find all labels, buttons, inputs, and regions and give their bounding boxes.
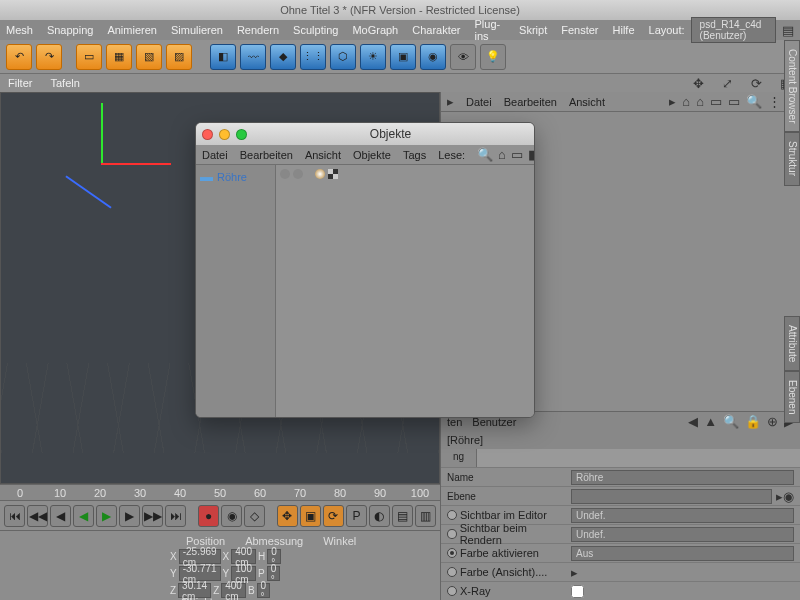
- zoom-icon[interactable]: [236, 129, 247, 140]
- menu-plugins[interactable]: Plug-ins: [475, 18, 506, 42]
- ang-b-field[interactable]: 0 °: [257, 583, 271, 598]
- play-forward-button[interactable]: ▶: [96, 505, 117, 527]
- nurbs-object-button[interactable]: ◆: [270, 44, 296, 70]
- dialog-titlebar[interactable]: Objekte: [196, 123, 534, 145]
- objects-dialog[interactable]: Objekte Datei Bearbeiten Ansicht Objekte…: [195, 122, 535, 418]
- sidetab-struktur[interactable]: Struktur: [784, 132, 800, 185]
- render-view-button[interactable]: ▦: [106, 44, 132, 70]
- prop-name-field[interactable]: Röhre: [571, 470, 794, 485]
- pla-key-button[interactable]: ◐: [369, 505, 390, 527]
- dlg-home-icon[interactable]: ⌂: [498, 147, 506, 162]
- menu-fenster[interactable]: Fenster: [561, 24, 598, 36]
- redo-button[interactable]: ↷: [36, 44, 62, 70]
- dlg-dock-icon[interactable]: ◧: [528, 147, 535, 162]
- anim-layer-button[interactable]: ▤: [392, 505, 413, 527]
- browser-expand-icon[interactable]: ▸: [447, 94, 454, 109]
- dlg-menu-bearbeiten[interactable]: Bearbeiten: [240, 149, 293, 161]
- browser-find-icon[interactable]: 🔍: [746, 94, 762, 109]
- menu-mesh[interactable]: Mesh: [6, 24, 33, 36]
- attr-tab-basic[interactable]: ng: [441, 449, 477, 467]
- camera-button[interactable]: ▣: [390, 44, 416, 70]
- prop-render-vis-field[interactable]: Undef.: [571, 527, 794, 542]
- object-tags-area[interactable]: [276, 165, 534, 417]
- view-rotate-icon[interactable]: ⟳: [751, 76, 762, 91]
- sidetab-attribute[interactable]: Attribute: [784, 316, 800, 371]
- dlg-view-icon[interactable]: ▭: [511, 147, 523, 162]
- param-key-button[interactable]: P: [346, 505, 367, 527]
- environment-button[interactable]: ☀: [360, 44, 386, 70]
- attr-new-icon[interactable]: ⊕: [767, 414, 778, 429]
- menu-sculpting[interactable]: Sculpting: [293, 24, 338, 36]
- dim-z-field[interactable]: 400 cm: [221, 583, 246, 598]
- next-frame-button[interactable]: ▶: [119, 505, 140, 527]
- sidetab-content-browser[interactable]: Content Browser: [784, 40, 800, 132]
- picture-viewer-button[interactable]: ▨: [166, 44, 192, 70]
- filter-tab[interactable]: Filter: [8, 77, 32, 89]
- close-icon[interactable]: [202, 129, 213, 140]
- pos-key-button[interactable]: ✥: [277, 505, 298, 527]
- keyframe-sel-button[interactable]: ◇: [244, 505, 265, 527]
- record-button[interactable]: ●: [198, 505, 219, 527]
- ang-p-field[interactable]: 0 °: [267, 566, 281, 581]
- view-zoom-icon[interactable]: ⤢: [722, 76, 733, 91]
- menu-skript[interactable]: Skript: [519, 24, 547, 36]
- play-backward-button[interactable]: ◀: [73, 505, 94, 527]
- light-button[interactable]: ◉: [420, 44, 446, 70]
- phong-tag-icon[interactable]: [315, 169, 325, 179]
- visibility-dot-editor[interactable]: [280, 169, 290, 179]
- timeline-ruler[interactable]: 0102030405060708090100 0 B 0: [0, 484, 440, 500]
- browser-catalog-icon[interactable]: ▭: [728, 94, 740, 109]
- dlg-menu-ansicht[interactable]: Ansicht: [305, 149, 341, 161]
- axis-z[interactable]: [65, 175, 111, 208]
- primitive-cube-button[interactable]: ▭: [76, 44, 102, 70]
- menu-animieren[interactable]: Animieren: [107, 24, 157, 36]
- browser-home-icon[interactable]: ⌂: [696, 94, 704, 109]
- tafeln-tab[interactable]: Tafeln: [50, 77, 79, 89]
- dlg-search-icon[interactable]: 🔍: [477, 147, 493, 162]
- rot-key-button[interactable]: ⟳: [323, 505, 344, 527]
- layout-dropdown[interactable]: psd_R14_c4d (Benutzer): [691, 17, 776, 43]
- sidetab-ebenen[interactable]: Ebenen: [784, 371, 800, 423]
- attr-search-icon[interactable]: 🔍: [723, 414, 739, 429]
- attr-up-icon[interactable]: ▲: [704, 414, 717, 429]
- prev-frame-button[interactable]: ◀: [50, 505, 71, 527]
- menu-mograph[interactable]: MoGraph: [352, 24, 398, 36]
- autokey-button[interactable]: ◉: [221, 505, 242, 527]
- dlg-menu-lese[interactable]: Lese:: [438, 149, 465, 161]
- browser-menu-datei[interactable]: Datei: [466, 96, 492, 108]
- menu-charakter[interactable]: Charakter: [412, 24, 460, 36]
- minimize-icon[interactable]: [219, 129, 230, 140]
- axis-y[interactable]: [101, 103, 103, 163]
- scale-key-button[interactable]: ▣: [300, 505, 321, 527]
- menu-rendern[interactable]: Rendern: [237, 24, 279, 36]
- visibility-dot-render[interactable]: [293, 169, 303, 179]
- goto-start-button[interactable]: ⏮: [4, 505, 25, 527]
- menu-snapping[interactable]: Snapping: [47, 24, 94, 36]
- prev-key-button[interactable]: ◀◀: [27, 505, 48, 527]
- deformer-button[interactable]: ⬡: [330, 44, 356, 70]
- cube-object-button[interactable]: ◧: [210, 44, 236, 70]
- object-tree[interactable]: ▬ Röhre: [196, 165, 276, 417]
- attr-lock-icon[interactable]: 🔒: [745, 414, 761, 429]
- eye-button[interactable]: 👁: [450, 44, 476, 70]
- dlg-menu-datei[interactable]: Datei: [202, 149, 228, 161]
- prop-color-enable-field[interactable]: Aus: [571, 546, 794, 561]
- goto-end-button[interactable]: ⏭: [165, 505, 186, 527]
- view-move-icon[interactable]: ✥: [693, 76, 704, 91]
- layer-picker-icon[interactable]: ▸◉: [776, 489, 794, 504]
- browser-presets-icon[interactable]: ▭: [710, 94, 722, 109]
- dlg-menu-tags[interactable]: Tags: [403, 149, 426, 161]
- next-key-button[interactable]: ▶▶: [142, 505, 163, 527]
- render-settings-button[interactable]: ▧: [136, 44, 162, 70]
- menu-simulieren[interactable]: Simulieren: [171, 24, 223, 36]
- prop-editor-vis-field[interactable]: Undef.: [571, 508, 794, 523]
- anim-mode-button[interactable]: ▥: [415, 505, 436, 527]
- dlg-menu-objekte[interactable]: Objekte: [353, 149, 391, 161]
- texture-tag-icon[interactable]: [328, 169, 338, 179]
- color-arrow-icon[interactable]: ▸: [571, 565, 578, 580]
- attr-prev-icon[interactable]: ◀: [688, 414, 698, 429]
- spline-object-button[interactable]: 〰: [240, 44, 266, 70]
- browser-menu-bearbeiten[interactable]: Bearbeiten: [504, 96, 557, 108]
- array-object-button[interactable]: ⋮⋮: [300, 44, 326, 70]
- undo-button[interactable]: ↶: [6, 44, 32, 70]
